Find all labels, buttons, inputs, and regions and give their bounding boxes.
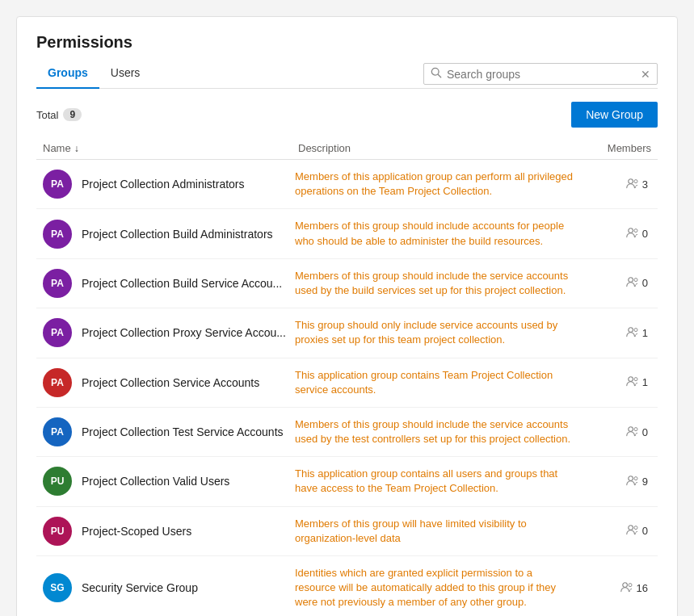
avatar: PU — [43, 517, 72, 546]
svg-point-8 — [629, 328, 633, 333]
avatar: PA — [43, 170, 72, 199]
svg-line-1 — [438, 74, 441, 78]
svg-point-12 — [629, 426, 633, 431]
members-icon — [626, 524, 639, 538]
group-name: Project Collection Proxy Service Accou..… — [82, 326, 286, 339]
group-name: Project Collection Build Service Accou..… — [82, 277, 282, 290]
svg-point-5 — [634, 229, 637, 233]
group-name: Project Collection Build Administrators — [82, 228, 273, 241]
name-cell: PA Project Collection Build Administrato… — [36, 220, 295, 249]
members-cell: 0 — [585, 524, 658, 538]
svg-point-15 — [634, 477, 637, 480]
group-name: Project-Scoped Users — [82, 525, 191, 538]
description-cell: This application group contains all user… — [295, 467, 585, 496]
members-count: 0 — [642, 277, 648, 289]
description-cell: This application group contains Team Pro… — [295, 368, 585, 397]
tab-users[interactable]: Users — [99, 60, 152, 89]
new-group-button[interactable]: New Group — [571, 102, 658, 128]
name-cell: PA Project Collection Test Service Accou… — [36, 417, 295, 446]
table-row[interactable]: SG Security Service Group Identities whi… — [36, 556, 658, 616]
table-row[interactable]: PU Project Collection Valid Users This a… — [36, 457, 658, 506]
description-cell: Members of this group will have limited … — [295, 517, 585, 546]
members-icon — [626, 375, 639, 389]
members-cell: 0 — [585, 276, 658, 290]
table-row[interactable]: PU Project-Scoped Users Members of this … — [36, 507, 658, 556]
name-cell: PA Project Collection Service Accounts — [36, 368, 295, 397]
total-badge: Total 9 — [36, 108, 82, 121]
svg-point-10 — [629, 377, 633, 382]
members-count: 1 — [642, 327, 648, 339]
group-name: Project Collection Test Service Accounts — [82, 425, 284, 438]
name-cell: PA Project Collection Administrators — [36, 170, 295, 199]
group-name: Project Collection Valid Users — [82, 475, 229, 488]
page-title: Permissions — [36, 33, 658, 52]
members-icon — [626, 326, 639, 340]
name-cell: PU Project-Scoped Users — [36, 517, 295, 546]
members-icon — [620, 581, 633, 595]
svg-point-2 — [629, 178, 633, 183]
svg-point-19 — [629, 583, 632, 586]
sort-arrow-icon: ↓ — [74, 143, 79, 154]
avatar: PA — [43, 368, 72, 397]
group-name: Security Service Group — [82, 581, 198, 594]
table-header: Name ↓ Description Members — [36, 137, 658, 160]
svg-point-13 — [634, 427, 637, 430]
members-count: 1 — [642, 376, 648, 388]
description-cell: Members of this group should include the… — [295, 417, 585, 446]
group-name: Project Collection Service Accounts — [82, 376, 259, 389]
tab-groups[interactable]: Groups — [36, 60, 99, 89]
total-label: Total — [36, 109, 58, 121]
members-icon — [626, 475, 639, 488]
group-name: Project Collection Administrators — [82, 178, 245, 191]
toolbar-row: Total 9 New Group — [36, 102, 658, 128]
members-count: 16 — [637, 582, 648, 594]
description-cell: Members of this application group can pe… — [295, 170, 585, 199]
col-header-members: Members — [585, 142, 658, 154]
name-cell: PU Project Collection Valid Users — [36, 467, 295, 496]
avatar: SG — [43, 573, 72, 602]
svg-point-16 — [629, 526, 633, 530]
avatar: PA — [43, 318, 72, 347]
members-cell: 3 — [585, 178, 658, 191]
page-container: Permissions Groups Users ✕ Total 9 New G… — [16, 16, 678, 616]
clear-search-icon[interactable]: ✕ — [641, 68, 650, 81]
table-row[interactable]: PA Project Collection Build Administrato… — [36, 209, 658, 258]
members-icon — [626, 178, 639, 191]
avatar: PA — [43, 269, 72, 298]
svg-point-17 — [634, 526, 637, 530]
description-cell: This group should only include service a… — [295, 318, 585, 347]
members-icon — [626, 425, 639, 439]
svg-point-18 — [622, 583, 627, 588]
description-cell: Identities which are granted explicit pe… — [295, 566, 585, 610]
svg-point-7 — [634, 279, 637, 282]
description-cell: Members of this group should include acc… — [295, 219, 585, 248]
name-cell: PA Project Collection Build Service Acco… — [36, 269, 295, 298]
total-count: 9 — [63, 108, 82, 121]
members-icon — [626, 276, 639, 290]
svg-point-6 — [629, 278, 633, 283]
name-cell: PA Project Collection Proxy Service Acco… — [36, 318, 295, 347]
table-row[interactable]: PA Project Collection Build Service Acco… — [36, 259, 658, 308]
svg-point-3 — [634, 179, 637, 182]
members-cell: 16 — [585, 581, 658, 595]
col-header-description: Description — [295, 142, 585, 154]
members-cell: 1 — [585, 326, 658, 340]
members-count: 0 — [642, 525, 648, 537]
members-count: 9 — [642, 476, 648, 488]
table-row[interactable]: PA Project Collection Test Service Accou… — [36, 408, 658, 457]
avatar: PA — [43, 220, 72, 249]
avatar: PA — [43, 417, 72, 446]
col-header-name: Name ↓ — [36, 142, 295, 154]
description-cell: Members of this group should include the… — [295, 269, 585, 298]
members-cell: 1 — [585, 375, 658, 389]
search-input[interactable] — [447, 68, 641, 81]
members-icon — [626, 227, 639, 241]
search-box[interactable]: ✕ — [423, 63, 658, 85]
svg-point-4 — [629, 228, 633, 233]
table-row[interactable]: PA Project Collection Service Accounts T… — [36, 358, 658, 408]
members-count: 0 — [642, 426, 648, 438]
table-row[interactable]: PA Project Collection Administrators Mem… — [36, 160, 658, 209]
name-cell: SG Security Service Group — [36, 573, 295, 602]
members-count: 3 — [642, 178, 648, 191]
table-row[interactable]: PA Project Collection Proxy Service Acco… — [36, 308, 658, 358]
